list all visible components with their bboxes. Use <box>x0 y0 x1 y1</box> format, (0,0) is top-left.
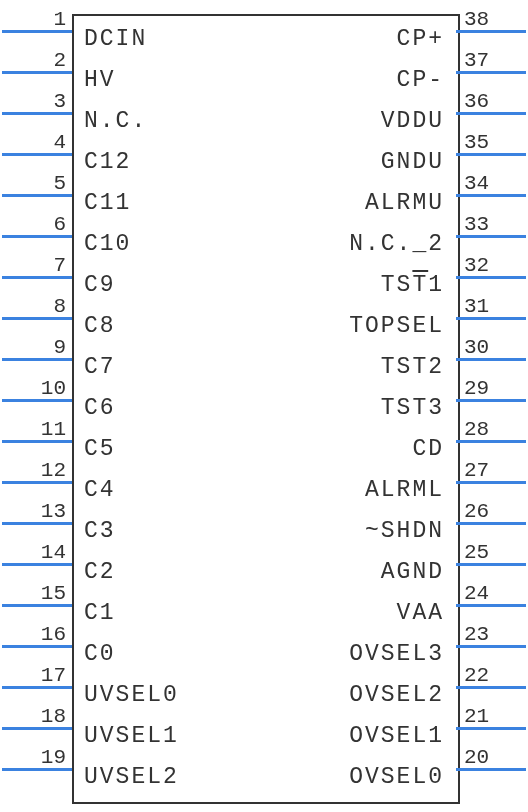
pin-number: 14 <box>6 541 66 564</box>
pin-number: 38 <box>464 8 524 31</box>
pin-number: 2 <box>6 49 66 72</box>
pin-label: C9 <box>84 272 116 298</box>
pin-number: 7 <box>6 254 66 277</box>
pin-number: 35 <box>464 131 524 154</box>
pinout-diagram: 1DCIN2HV3N.C.4C125C116C107C98C89C710C611… <box>0 0 528 812</box>
pin-label: HV <box>84 67 116 93</box>
pin-number: 17 <box>6 664 66 687</box>
pin-label: C8 <box>84 313 116 339</box>
pin-label: TST2 <box>381 354 444 380</box>
pin-label: CP- <box>397 67 444 93</box>
pin-label: N.C. <box>84 108 147 134</box>
pin-label: ~SHDN <box>365 518 444 544</box>
pin-label: C4 <box>84 477 116 503</box>
pin-number: 28 <box>464 418 524 441</box>
pin-label: TST3 <box>381 395 444 421</box>
pin-label: OVSEL3 <box>349 641 444 667</box>
pin-number: 32 <box>464 254 524 277</box>
pin-number: 34 <box>464 172 524 195</box>
pin-number: 18 <box>6 705 66 728</box>
pin-number: 25 <box>464 541 524 564</box>
pin-label: VDDU <box>381 108 444 134</box>
pin-number: 33 <box>464 213 524 236</box>
pin-number: 27 <box>464 459 524 482</box>
pin-number: 22 <box>464 664 524 687</box>
pin-label: UVSEL1 <box>84 723 179 749</box>
pin-label: ALRML <box>365 477 444 503</box>
pin-number: 37 <box>464 49 524 72</box>
pin-label: C11 <box>84 190 131 216</box>
pin-number: 10 <box>6 377 66 400</box>
pin-number: 5 <box>6 172 66 195</box>
pin-number: 15 <box>6 582 66 605</box>
pin-label: OVSEL0 <box>349 764 444 790</box>
pin-label: DCIN <box>84 26 147 52</box>
pin-label: OVSEL2 <box>349 682 444 708</box>
pin-label: UVSEL0 <box>84 682 179 708</box>
pin-number: 13 <box>6 500 66 523</box>
pin-number: 30 <box>464 336 524 359</box>
pin-label: VAA <box>397 600 444 626</box>
pin-label: ALRMU <box>365 190 444 216</box>
pin-number: 36 <box>464 90 524 113</box>
pin-number: 3 <box>6 90 66 113</box>
pin-number: 24 <box>464 582 524 605</box>
pin-label: C2 <box>84 559 116 585</box>
pin-number: 6 <box>6 213 66 236</box>
pin-label: C7 <box>84 354 116 380</box>
pin-label: C0 <box>84 641 116 667</box>
pin-number: 1 <box>6 8 66 31</box>
pin-label: UVSEL2 <box>84 764 179 790</box>
pin-label: C6 <box>84 395 116 421</box>
pin-label: TOPSEL <box>349 313 444 339</box>
pin-number: 31 <box>464 295 524 318</box>
pin-number: 21 <box>464 705 524 728</box>
pin-label: CP+ <box>397 26 444 52</box>
pin-label: C3 <box>84 518 116 544</box>
pin-number: 19 <box>6 746 66 769</box>
pin-number: 26 <box>464 500 524 523</box>
pin-number: 16 <box>6 623 66 646</box>
pin-number: 8 <box>6 295 66 318</box>
pin-label: AGND <box>381 559 444 585</box>
pin-number: 23 <box>464 623 524 646</box>
pin-label: C1 <box>84 600 116 626</box>
pin-label: OVSEL1 <box>349 723 444 749</box>
pin-label: GNDU <box>381 149 444 175</box>
pin-label: C12 <box>84 149 131 175</box>
pin-number: 11 <box>6 418 66 441</box>
pin-number: 29 <box>464 377 524 400</box>
pin-number: 20 <box>464 746 524 769</box>
pin-label: C5 <box>84 436 116 462</box>
pin-label: C10 <box>84 231 131 257</box>
pin-label: N.C._2 <box>349 231 444 257</box>
pin-label: CD <box>412 436 444 462</box>
pin-label: TST1 <box>381 272 444 298</box>
pin-number: 9 <box>6 336 66 359</box>
pin-number: 12 <box>6 459 66 482</box>
pin-number: 4 <box>6 131 66 154</box>
